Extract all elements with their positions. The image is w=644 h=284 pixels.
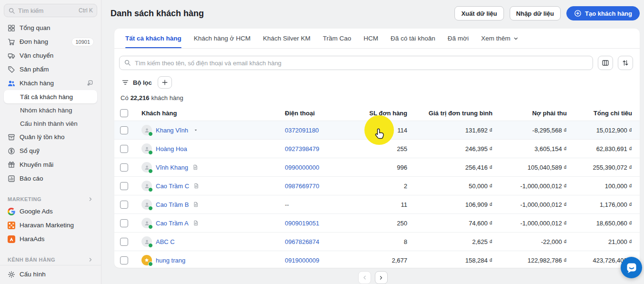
count-prefix: Có (121, 94, 129, 101)
nhap-du-lieu-button[interactable]: Nhập dữ liệu (510, 6, 561, 20)
phone-link: -- (285, 201, 289, 208)
customer-name-link[interactable]: ABC C (156, 238, 175, 245)
sidebar-section-kenh-ban-hang[interactable]: KÊNH BÁN HÀNG (4, 254, 97, 265)
customer-search-input[interactable] (119, 56, 593, 70)
row-checkbox[interactable] (120, 256, 128, 264)
sidebar-item-quan-ly-ton-kho[interactable]: Quản lý tồn kho (4, 130, 97, 144)
sidebar-subitem-nhom-khach-hang[interactable]: Nhóm khách hàng (4, 103, 97, 117)
haravan-icon (8, 222, 15, 229)
total-spent-cell: 15,012,900 ₫ (567, 121, 640, 139)
receivable-cell-value: 122,982,786 ₫ (527, 257, 567, 264)
customer-name-link[interactable]: Khang Vĩnh (156, 127, 188, 134)
select-all-checkbox[interactable] (120, 109, 128, 117)
section-label: KÊNH BÁN HÀNG (8, 257, 55, 263)
customer-name-link[interactable]: Cao Trầm A (156, 220, 189, 227)
total-spent-cell-value: 15,012,900 ₫ (596, 127, 632, 134)
sidebar-item-san-pham[interactable]: Sản phẩm (4, 62, 97, 76)
xuat-du-lieu-button[interactable]: Xuất dữ liệu (454, 6, 503, 20)
customer-cell: Cao Trầm C (135, 177, 278, 195)
next-page-button[interactable] (375, 271, 388, 284)
sidebar-section-marketing[interactable]: MARKETING (4, 194, 97, 204)
column-header-khach-hang: Khách hàng (135, 105, 278, 121)
table-row-abc-c[interactable]: ABC C096782687482,625 ₫-22,000 ₫21,000 ₫ (114, 232, 640, 251)
online-status-dot (148, 243, 153, 248)
table-row-cao-tram-c[interactable]: Cao Trầm C0987669770250,000 ₫-1,000,000,… (114, 176, 640, 195)
column-header-label: Giá trị đơn trung bình (429, 110, 493, 117)
orders-count-cell: 11 (359, 195, 407, 213)
sidebar-subitem-tat-ca-khach-hang[interactable]: Tất cả khách hàng (4, 90, 97, 103)
sidebar-item-so-quy[interactable]: Sổ quỹ (4, 144, 97, 158)
table-row-cao-tram-a[interactable]: Cao Trầm A090901905125074,600 ₫-1,000,00… (114, 213, 640, 232)
row-checkbox[interactable] (120, 145, 128, 153)
row-checkbox-cell (114, 251, 135, 268)
sidebar-item-haravan-marketing[interactable]: Haravan Marketing (4, 218, 97, 232)
phone-link[interactable]: 0909019051 (285, 220, 319, 227)
previous-page-button[interactable] (358, 271, 371, 284)
tao-khach-hang-button[interactable]: Tạo khách hàng (566, 6, 640, 20)
chevron-right-icon (88, 257, 93, 263)
plus-circle-icon (574, 10, 582, 17)
row-checkbox[interactable] (120, 182, 128, 190)
sidebar-item-don-hang[interactable]: Đơn hàng10901 (4, 35, 97, 49)
receivable-cell: 105,040,589 ₫ (493, 158, 567, 176)
sidebar-item-bao-cao[interactable]: Báo cáo (4, 172, 97, 185)
tab-da-co-tai-khoan[interactable]: Đã có tài khoản (391, 29, 435, 48)
tab-khach-silver-km[interactable]: Khách Silver KM (263, 29, 311, 48)
customer-name-link[interactable]: Cao Trầm C (156, 183, 189, 190)
customer-name-link[interactable]: Cao Trầm B (156, 201, 189, 208)
tab-tat-ca-khach-hang[interactable]: Tất cả khách hàng (125, 29, 181, 48)
phone-link[interactable]: 0987669770 (285, 183, 319, 190)
avg-order-value-cell-value: 158,284 ₫ (465, 257, 493, 264)
column-header-dien-thoai: Điện thoại (278, 105, 359, 121)
chat-launcher[interactable] (621, 257, 642, 278)
customer-name-link[interactable]: Vĩnh Khang (156, 164, 188, 171)
table-row-cao-tram-b[interactable]: Cao Trầm B--11106,909 ₫-1,000,000,012 ₫1… (114, 195, 640, 213)
coin-icon (8, 147, 15, 155)
columns-button[interactable] (598, 56, 613, 70)
sidebar-item-haraads[interactable]: HaraAds (4, 232, 97, 246)
table-row-khang-vinh[interactable]: Khang Vĩnh0372091180114131,692 ₫-8,295,5… (114, 121, 640, 139)
sidebar-item-khuyen-mai[interactable]: Khuyến mãi (4, 158, 97, 172)
sidebar-item-van-chuyen[interactable]: Vận chuyển (4, 49, 97, 62)
saved-views-tabs: Tất cả khách hàngKhách hàng ở HCMKhách S… (114, 29, 640, 49)
row-checkbox[interactable] (120, 126, 128, 134)
tab-da-moi[interactable]: Đã mời (448, 29, 469, 48)
orders-count-cell: 996 (359, 158, 407, 176)
phone-link[interactable]: 0919000009 (285, 257, 319, 264)
avg-order-value-cell-value: 131,692 ₫ (465, 127, 493, 134)
caret-down-icon[interactable] (193, 128, 198, 132)
phone-link[interactable]: 0990000000 (285, 164, 319, 171)
row-checkbox[interactable] (120, 219, 128, 227)
table-row-hoang-hoa[interactable]: Hoàng Hoa0927398479255246,395 ₫3,605,154… (114, 139, 640, 158)
add-filter-button[interactable] (158, 76, 172, 89)
phone-link[interactable]: 0372091180 (285, 127, 319, 134)
tab-label: HCM (363, 35, 378, 42)
customer-name-link[interactable]: hung trang (156, 257, 185, 264)
table-row-vinh-khang[interactable]: Vĩnh Khang0990000000996256,416 ₫105,040,… (114, 158, 640, 176)
sidebar-item-cau-hinh[interactable]: Cấu hình (4, 267, 97, 281)
column-header-label: SL đơn hàng (369, 110, 407, 117)
tab-hcm[interactable]: HCM (363, 29, 378, 48)
filter-icon (121, 79, 129, 86)
sidebar-subitem-cau-hinh-thanh-vien[interactable]: Cấu hình thành viên (4, 117, 97, 130)
row-checkbox[interactable] (120, 201, 128, 209)
customer-name-link[interactable]: Hoàng Hoa (156, 145, 187, 152)
phone-link[interactable]: 0967826874 (285, 238, 319, 245)
row-checkbox[interactable] (120, 238, 128, 246)
sidebar-subitem-label: Tất cả khách hàng (20, 93, 73, 101)
tab-more[interactable]: Xem thêm (481, 29, 519, 48)
customer-cell: hung trang (135, 251, 278, 268)
tab-khach-hang-o-hcm[interactable]: Khách hàng ở HCM (194, 29, 251, 48)
row-checkbox[interactable] (120, 163, 128, 172)
phone-link[interactable]: 0927398479 (285, 145, 319, 152)
sidebar-search[interactable]: Tìm kiếm Ctrl K (4, 4, 97, 17)
note-icon (193, 202, 199, 207)
tab-tram-cao[interactable]: Trầm Cao (323, 29, 352, 48)
sort-button[interactable] (618, 56, 633, 70)
table-row-hung-trang[interactable]: hung trang09190000092,677158,284 ₫122,98… (114, 251, 640, 268)
customer-avatar (141, 236, 152, 247)
sidebar-item-khach-hang[interactable]: Khách hàng (4, 76, 97, 90)
sidebar-item-google-ads[interactable]: Google Ads (4, 204, 97, 218)
sidebar-item-tong-quan[interactable]: Tổng quan (4, 21, 97, 35)
button-label: Tạo khách hàng (585, 10, 632, 17)
